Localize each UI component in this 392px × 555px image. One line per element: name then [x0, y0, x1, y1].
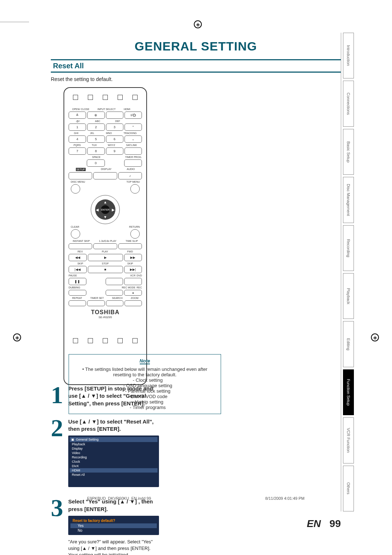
- section-heading: Reset All: [51, 59, 341, 73]
- step-text: Use [▲ / ▼] to select "Reset All", then …: [68, 418, 160, 433]
- tab-playback[interactable]: Playback: [343, 273, 354, 319]
- lbl-top-menu: TOP MENU: [126, 181, 140, 183]
- lbl-mno: MNO: [106, 132, 112, 134]
- osd-item: Clock: [70, 459, 158, 464]
- osd-item: Video: [70, 451, 158, 455]
- lbl-stop: STOP: [102, 262, 109, 265]
- lbl-satlink: SAT.LINK: [126, 144, 137, 146]
- print-timestamp: 8/11/2009 4:01:49 PM: [265, 496, 305, 501]
- lbl-instant-skip: INSTANT SKIP: [73, 240, 90, 242]
- lbl-rev: REV: [78, 250, 83, 253]
- print-footer: E9PKBUD_DKVR60KU_EN.indd 99 8/11/2009 4:…: [87, 496, 305, 501]
- lbl-zoom: ZOOM: [131, 297, 138, 299]
- osd-item-highlight: HDMI: [70, 468, 158, 473]
- osd-general-setting: General Setting Playback Display Video R…: [68, 436, 159, 487]
- btn-return: [130, 229, 140, 239]
- tab-vcr-function[interactable]: VCR Function: [343, 417, 354, 463]
- btn-satlink: [124, 147, 142, 155]
- osd-item: Playback: [70, 442, 158, 446]
- btn-instant-skip: [69, 243, 92, 249]
- followup-line: Your setting will be initialized.: [68, 552, 130, 555]
- step-number: 2: [51, 418, 63, 487]
- lbl-audio: AUDIO: [127, 168, 135, 171]
- dpad-up-icon: ▲: [103, 200, 107, 204]
- btn-fwd: ▶▶: [124, 254, 142, 261]
- btn-skip-prev: |◀◀: [69, 266, 87, 273]
- page-footer: EN 99: [307, 518, 341, 530]
- note-item: OSD language setting: [73, 383, 216, 388]
- lbl-space: SPACE: [92, 156, 101, 158]
- step-number: 3: [51, 498, 63, 555]
- lbl-play: PLAY: [102, 250, 108, 253]
- btn-0: 0: [87, 159, 105, 167]
- btn-ch-down: ⌄: [124, 135, 142, 143]
- lbl-wxyz: WXYZ: [108, 144, 115, 146]
- lbl-skip-prev: SKIP: [77, 262, 83, 265]
- note-item: Parental lock setting: [73, 388, 216, 394]
- tab-function-setup[interactable]: Function Setup: [343, 369, 354, 415]
- btn-eject: ≜: [69, 112, 86, 119]
- lbl-abc: ABC: [95, 120, 100, 122]
- tab-recording[interactable]: Recording: [343, 225, 354, 271]
- btn-clear: [71, 229, 80, 239]
- intro-text: Reset the setting to default.: [51, 76, 341, 82]
- lbl-vcr: VCR: [130, 274, 135, 277]
- osd-item: Reset All: [70, 473, 158, 477]
- registration-mark-right: [371, 333, 379, 341]
- lbl-tuv: TUV: [92, 144, 97, 146]
- registration-mark-left: [13, 333, 21, 341]
- step-number: 1: [51, 385, 63, 407]
- registration-mark-top: [194, 20, 202, 28]
- btn-top-menu: [130, 184, 140, 194]
- tab-introduction[interactable]: Introduction: [343, 33, 354, 78]
- btn-audio: ♪: [118, 172, 142, 179]
- print-filename: E9PKBUD_DKVR60KU_EN.indd 99: [87, 496, 151, 501]
- page-container: GENERAL SETTING Reset All Reset the sett…: [51, 33, 341, 511]
- lbl-return: RETURN: [129, 226, 140, 228]
- btn-display: [93, 172, 117, 179]
- note-item: V-chip setting: [73, 399, 216, 405]
- tab-editing[interactable]: Editing: [343, 321, 354, 367]
- note-box: Note The settings listed below will rema…: [69, 354, 221, 414]
- lbl-setup: SETUP: [76, 168, 86, 171]
- btn-rev: ◀◀: [69, 254, 87, 261]
- btn-skip-next: ▶▶|: [124, 266, 142, 273]
- lbl-ghi: GHI: [74, 132, 78, 134]
- note-item: DivX® VOD code: [73, 394, 216, 399]
- lbl-fwd: FWD: [127, 250, 133, 253]
- osd-item: DivX: [70, 464, 158, 468]
- btn-dvd: [124, 278, 142, 285]
- tab-connections[interactable]: Connections: [343, 81, 354, 126]
- note-item: Timer programs: [73, 405, 216, 410]
- lbl-rec: REC: [136, 286, 142, 289]
- section-tabs: Introduction Connections Basic Setup Dis…: [343, 33, 354, 511]
- btn-ch-up: ⌃: [124, 123, 142, 131]
- osd-title: General Setting: [70, 437, 158, 442]
- osd-confirm: Reset to factory default? Yes No: [68, 516, 159, 535]
- btn-13x: [93, 243, 117, 249]
- lbl-display: DISPLAY: [101, 168, 111, 171]
- dpad: ENTER ▲ ▼ ◀ ▶: [91, 195, 120, 224]
- tab-basic-setup[interactable]: Basic Setup: [343, 129, 354, 175]
- btn-6: 6: [106, 135, 123, 143]
- lbl-search: SEARCH: [112, 297, 123, 299]
- lbl-hdmi: HDMI: [124, 108, 130, 110]
- lbl-pause: PAUSE: [69, 274, 77, 277]
- dpad-down-icon: ▼: [103, 215, 107, 219]
- brand-logo: TOSHIBA: [69, 309, 142, 316]
- crop-mark: [0, 22, 29, 22]
- lbl-skip-next: SKIP: [127, 262, 133, 265]
- btn-pause: ❚❚: [69, 278, 86, 285]
- note-heading: Note: [140, 358, 150, 364]
- lbl-13x: 1.3x/0.8x PLAY: [99, 240, 117, 242]
- lbl-timer-set: TIMER SET: [90, 297, 104, 299]
- lbl-clear: CLEAR: [71, 226, 79, 228]
- btn-3: 3: [106, 123, 123, 131]
- lbl-dubbing: DUBBING: [69, 286, 80, 289]
- lbl-time-slip: TIME SLIP: [126, 240, 138, 242]
- tab-disc-management[interactable]: Disc Management: [343, 177, 354, 223]
- btn-9: 9: [106, 147, 123, 155]
- step-3: 3 Select "Yes" using [▲ / ▼] , then pres…: [51, 498, 160, 555]
- btn-timer-prog: [124, 159, 142, 167]
- tab-others[interactable]: Others: [343, 466, 354, 511]
